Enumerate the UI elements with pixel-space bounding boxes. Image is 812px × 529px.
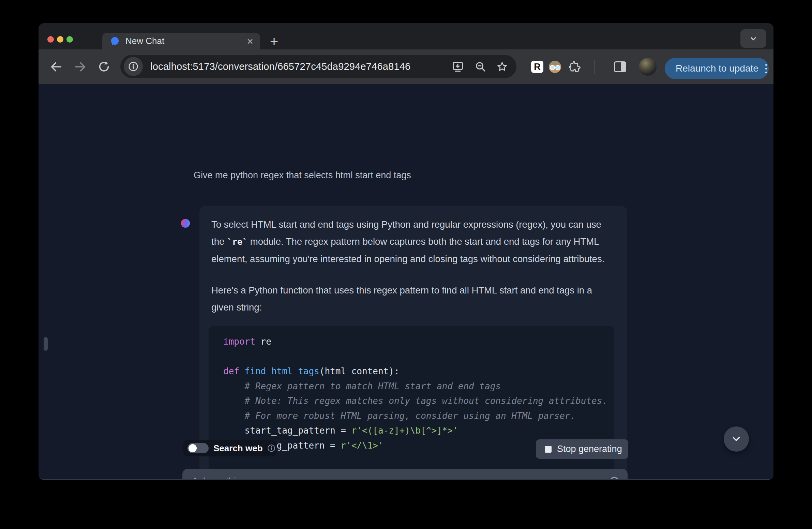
tab-title: New Chat (126, 36, 247, 46)
forward-icon[interactable] (73, 60, 87, 74)
minimize-window-button[interactable] (57, 36, 63, 43)
url-text: localhost:5173/conversation/665727c45da9… (150, 61, 410, 72)
stop-generating-label: Stop generating (557, 444, 622, 454)
extensions-puzzle-icon[interactable] (568, 61, 581, 73)
stop-generating-button[interactable]: Stop generating (536, 439, 628, 459)
chat-page: Give me python regex that selects html s… (39, 84, 773, 479)
tab-close-icon[interactable]: × (247, 36, 253, 47)
extension-r-icon[interactable]: R (531, 61, 543, 73)
code-line (223, 349, 614, 364)
tab-strip: New Chat × + (39, 23, 773, 49)
toolbar-separator (594, 60, 595, 74)
info-icon (128, 61, 139, 72)
search-web-label: Search web (213, 443, 263, 454)
assistant-paragraph-1: To select HTML start and end tags using … (211, 216, 614, 267)
search-web-toggle[interactable] (188, 443, 208, 453)
tab-new-chat[interactable]: New Chat × (102, 33, 260, 49)
search-web-info-icon[interactable] (267, 444, 276, 453)
extension-face-icon[interactable] (549, 61, 561, 73)
kebab-menu-icon[interactable] (765, 64, 767, 73)
stop-icon (545, 446, 552, 453)
code-line: # For more robust HTML parsing, consider… (223, 409, 614, 424)
user-message: Give me python regex that selects html s… (194, 170, 411, 181)
code-line: # Note: This regex matches only tags wit… (223, 394, 614, 409)
maximize-window-button[interactable] (67, 36, 73, 43)
browser-toolbar: localhost:5173/conversation/665727c45da9… (39, 49, 773, 84)
back-icon[interactable] (49, 60, 63, 74)
bookmark-star-icon[interactable] (496, 61, 508, 73)
scroll-to-bottom-button[interactable] (724, 426, 749, 452)
assistant-avatar (181, 219, 190, 228)
search-web-control: Search web (183, 440, 276, 456)
relaunch-label: Relaunch to update (676, 63, 758, 74)
loading-spinner-icon (610, 477, 619, 480)
relaunch-to-update-button[interactable]: Relaunch to update (665, 58, 769, 79)
profile-avatar[interactable] (639, 58, 656, 76)
chat-bubble-favicon-icon (110, 36, 120, 46)
code-line: def find_html_tags(html_content): (223, 364, 614, 379)
close-window-button[interactable] (47, 36, 54, 43)
new-tab-button[interactable]: + (266, 34, 282, 49)
side-panel-icon[interactable] (614, 61, 626, 72)
code-line: start_tag_pattern = r'<([a-z]+)\b[^>]*>' (223, 423, 614, 438)
message-input-bar[interactable] (183, 469, 627, 480)
assistant-paragraph-2: Here's a Python function that uses this … (211, 282, 614, 316)
code-line: import re (223, 334, 614, 349)
toggle-knob (189, 444, 197, 452)
site-info-button[interactable] (124, 57, 143, 76)
chevron-down-icon (748, 33, 758, 44)
ask-anything-input[interactable] (192, 476, 610, 480)
left-scrollbar-thumb[interactable] (44, 337, 48, 351)
chevron-down-icon (730, 433, 742, 445)
browser-window: New Chat × + (39, 23, 773, 480)
assistant-message-card: To select HTML start and end tags using … (200, 206, 627, 480)
zoom-icon[interactable] (475, 61, 487, 73)
install-app-icon[interactable] (452, 61, 464, 73)
code-line: # Regex pattern to match HTML start and … (223, 379, 614, 394)
reload-icon[interactable] (97, 60, 111, 74)
tab-list-chevron-button[interactable] (740, 29, 766, 48)
